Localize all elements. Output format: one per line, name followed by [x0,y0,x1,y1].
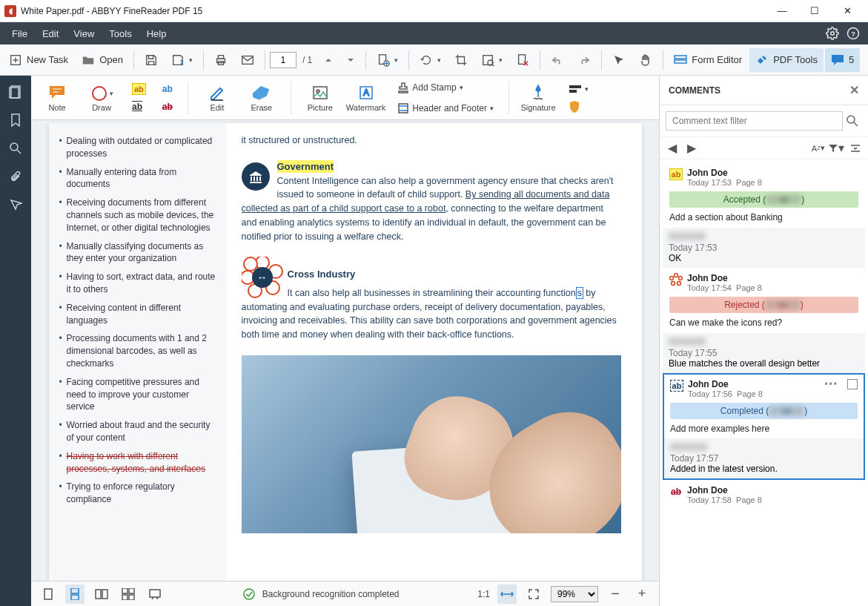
svg-line-16 [493,65,494,66]
zoom-select[interactable]: 99% [551,586,598,602]
zoom-out-button[interactable]: − [606,584,625,604]
add-stamp-tool[interactable]: Add Stamp▾ [393,80,498,95]
print-button[interactable] [208,48,233,72]
signature-tool[interactable]: Signature [520,78,557,118]
view-two-page-button[interactable] [92,584,111,604]
signatures-panel-button[interactable] [2,191,29,218]
crop-button[interactable] [448,48,474,72]
comment-type-icon: ab [669,485,683,498]
menu-edit[interactable]: Edit [35,25,66,42]
highlight-tool[interactable]: ab [127,82,150,96]
insert-text-tool[interactable]: ab [158,82,177,96]
email-button[interactable] [235,48,260,72]
svg-point-59 [677,282,681,286]
view-two-continuous-button[interactable] [119,584,138,604]
hand-tool-button[interactable] [633,48,658,72]
redo-button[interactable] [572,48,597,72]
search-icon[interactable] [843,111,862,131]
comment-menu-button[interactable]: ••• [824,379,838,389]
ocr-button[interactable]: ▾ [475,48,508,72]
rotate-button[interactable]: ▾ [414,48,447,72]
filter-button[interactable]: ▾ [828,140,844,157]
status-bar: Background recognition completed 1:1 99%… [31,581,659,606]
comment-next-button[interactable]: ▶ [683,140,700,157]
zoom-in-button[interactable]: + [632,584,652,604]
comments-list[interactable]: abJohn DoeToday 17:53 Page 8Accepted (xx… [660,159,868,606]
help-icon[interactable]: ? [843,23,864,44]
header-footer-tool[interactable]: Header and Footer▾ [393,101,498,116]
bookmarks-panel-button[interactable] [2,107,29,134]
watermark-tool[interactable]: AWatermark [346,78,385,118]
doc-bullet-item: Having to work with different processes,… [59,450,216,475]
new-task-label: New Task [27,54,68,65]
document-scroll-area[interactable]: Dealing with outdated or complicated pro… [31,120,659,581]
comment-checkbox[interactable] [847,379,858,389]
zoom-ratio-label[interactable]: 1:1 [477,589,490,599]
attachments-panel-button[interactable] [2,163,29,190]
save-as-button[interactable]: ▾ [165,48,199,72]
search-panel-button[interactable] [2,135,29,162]
comments-filter-input[interactable] [666,111,843,131]
comment-card[interactable]: abJohn DoeToday 17:58 Page 8 [663,480,865,510]
new-task-button[interactable]: New Task [3,48,74,72]
protect-tool[interactable] [564,99,593,114]
page-number-input[interactable] [270,52,296,68]
redact-icon [569,84,582,94]
comment-prev-button[interactable]: ◀ [664,140,680,157]
menu-view[interactable]: View [66,25,102,42]
comment-type-icon: ab [669,168,683,181]
folder-open-icon [82,53,95,67]
note-tool[interactable]: Note [39,78,76,118]
undo-button[interactable] [545,48,570,72]
sort-az-button[interactable]: AZ▾ [812,140,825,157]
view-presentation-button[interactable] [145,584,165,604]
select-tool-button[interactable] [606,48,632,72]
draw-tool[interactable]: ▾ [83,84,120,103]
comment-card[interactable]: John DoeToday 17:54 Page 8Rejected (xx)C… [663,268,865,333]
hand-icon [639,53,652,67]
redact-tool[interactable]: ▾ [564,82,593,96]
underline-tool[interactable]: ab [127,99,150,114]
view-single-button[interactable] [39,584,58,604]
doc-bullet-item: Receiving content in different languages [59,302,216,327]
comment-reply[interactable]: Today 17:57Added in the latest version. [664,438,864,478]
window-title: White Paper.pdf - ABBYY FineReader PDF 1… [21,6,766,16]
comments-toggle-button[interactable]: 5 [825,48,860,72]
pages-panel-button[interactable] [2,79,29,105]
close-button[interactable]: ✕ [831,1,864,22]
collapse-all-button[interactable] [847,140,864,157]
comment-card[interactable]: abJohn DoeToday 17:53 Page 8Accepted (xx… [663,162,865,228]
erase-tool[interactable]: Erase [243,78,280,118]
pdf-tools-button[interactable]: PDF Tools [749,48,824,72]
comment-card[interactable]: abJohn DoeToday 17:56 Page 8•••Completed… [664,375,864,438]
settings-gear-icon[interactable] [822,23,843,44]
strikeout-tool[interactable]: ab [158,99,177,114]
form-editor-button[interactable]: Form Editor [668,48,748,72]
minimize-button[interactable]: — [766,1,798,22]
view-continuous-button[interactable] [65,584,85,604]
svg-rect-20 [675,56,686,59]
menu-help[interactable]: Help [139,25,174,42]
menu-file[interactable]: File [4,25,35,42]
comment-type-icon: ab [670,379,683,392]
save-button[interactable] [139,48,164,72]
page-total-label: / 1 [298,55,317,65]
page-up-button[interactable] [318,48,339,72]
maximize-button[interactable]: ☐ [798,1,831,22]
edit-icon [208,84,226,102]
comment-reply[interactable]: Today 17:55Blue matches the overall desi… [663,333,865,373]
pdf-tools-icon [755,53,769,67]
edit-tool[interactable]: Edit [199,78,236,118]
picture-tool[interactable]: Picture [302,78,339,118]
add-page-button[interactable]: ▾ [371,48,404,72]
comment-reply[interactable]: Today 17:53OK [663,228,865,268]
svg-point-28 [93,87,106,100]
menu-tools[interactable]: Tools [102,25,139,42]
fit-width-button[interactable] [497,584,517,604]
fit-page-button[interactable] [524,584,543,604]
page-down-button[interactable] [340,48,361,72]
strikeout-icon: ab [162,102,173,112]
delete-page-button[interactable] [510,48,535,72]
open-button[interactable]: Open [76,48,129,72]
close-comments-button[interactable]: ✕ [849,83,859,97]
